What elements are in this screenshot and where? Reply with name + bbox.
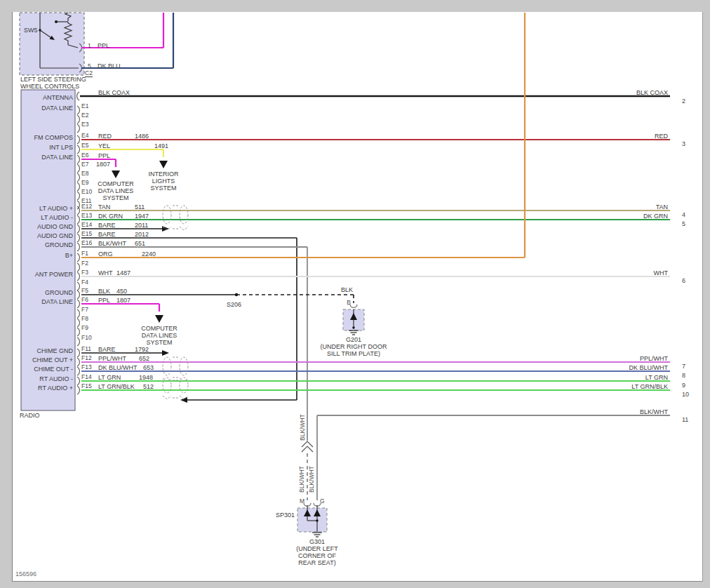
twisted-pair-icon [180,357,188,375]
g301-location: REAR SEAT) [298,559,335,566]
pin-socket-E6 [77,155,79,163]
g301-location: (UNDER LEFT [296,545,338,552]
system-label: SYSTEM [102,194,128,201]
pin-socket-F9 [77,328,79,336]
pin-socket-E3 [77,124,79,133]
steering-pin2-number: 5 [88,62,91,69]
function-label-F5: GROUND [45,289,73,296]
pin-socket-E16 [77,243,79,251]
pin-label-E8: E8 [81,170,88,177]
circuit-number-F12: 652 [139,355,149,362]
wire-color-label-F6: PPL [98,297,110,304]
exit-wire-label-2: BLK COAX [636,89,668,96]
pin-label-E14: E14 [81,221,92,228]
pin-socket-E10 [77,192,79,200]
exit-number-6: 6 [682,277,685,284]
pin-label-F4: F4 [81,279,88,286]
exit-number-3: 3 [682,140,685,147]
pin-label-E5: E5 [81,142,88,149]
shield-arrowhead-E15 [180,397,187,403]
circuit-number-F13: 653 [143,364,154,371]
twisted-pair-icon [180,206,188,224]
pin-label-E4: E4 [81,132,88,139]
circuit-number-F5: 450 [116,288,127,295]
twisted-pair-icon [163,357,171,375]
system-label: SYSTEM [150,185,176,192]
wire-label-coax: BLK COAX [98,89,130,96]
wiring-diagram: BLK/WHTBLK/WHTBLK/WHT 156596 SW51PPL5DK … [0,0,710,588]
vertical-wire-label: BLK/WHT [299,414,306,441]
pin-socket-F5 [77,290,79,299]
exit-number-7: 7 [682,363,685,370]
pin-socket-F14 [77,377,79,385]
exit-wire-label-5: DK GRN [643,213,668,220]
pin-label-F12: F12 [81,354,92,361]
circuit-number-E4: 1486 [135,133,149,140]
function-label-E12: LT AUDIO + [39,205,73,212]
shield-arrowhead-F11 [162,350,169,356]
pin-socket-F8 [77,319,79,327]
circuit-number-F3: 1487 [116,269,130,276]
function-label-F13: CHIME OUT - [34,366,73,373]
system-label: DATA LINES [98,187,134,194]
exit-number-2: 2 [682,98,685,105]
splice-label-s206: S206 [227,301,241,308]
wire-color-label-F12: PPL/WHT [98,355,126,362]
g201-socket-b [350,305,357,307]
pin-label-F15: F15 [81,382,92,389]
pin-label-E2: E2 [81,112,88,119]
system-label: SYSTEM [146,339,172,346]
exit-wire-label-11: BLK/WHT [640,408,668,415]
function-label-F6: DATA LINE [41,298,73,305]
inline-connector-icon [302,446,313,452]
function-label-F1: B+ [65,252,73,259]
g301-pin-g: G [320,497,325,505]
pin-label-E1: E1 [81,102,88,109]
twisted-pair-icon [180,227,188,230]
pin-socket-E9 [77,182,79,191]
circuit-number-F6: 1807 [116,297,130,304]
pin-label-F6: F6 [81,296,88,303]
g301-name: G301 [309,538,325,545]
circuit-number-F15: 512 [143,383,154,390]
system-label: INTERIOR [148,171,178,178]
pin-socket-F4 [77,282,79,290]
wire-color-label-E13: DK GRN [98,213,123,220]
circuit-number-F1: 2240 [142,250,156,258]
function-label-F11: CHIME GND [37,347,74,354]
pin-label-E15: E15 [81,230,92,237]
circuit-number-E15: 2012 [135,231,149,238]
function-label-F3: ANT POWER [35,271,73,278]
pin-label-F11: F11 [81,345,91,352]
wire-color-label-E16: BLK/WHT [98,240,126,247]
vertical-wire-label: BLK/WHT [298,466,305,493]
system-arrowhead-E5 [159,161,168,168]
function-label-E14: AUDIO GND [37,223,73,230]
exit-number-11: 11 [682,416,688,423]
pin-label-E13: E13 [81,212,92,219]
pin-label-F2: F2 [81,260,88,267]
wire-color-label-F14: LT GRN [98,374,121,381]
pin-label-F3: F3 [81,269,88,276]
steering-pin2-color: DK BLU [98,62,121,69]
pin-socket-F12 [77,358,79,366]
wiring-diagram-page: { "doc_number": "156596", "steering": { … [0,0,710,588]
steering-pin1-color: PPL [98,42,109,49]
system-label: COMPUTER [141,325,178,332]
pin-socket-F10 [77,338,79,346]
steering-controls-box [20,13,84,75]
exit-wire-label-10: LT GRN/BLK [631,383,668,390]
pin-label-F10: F10 [81,334,92,341]
doc-number: 156596 [15,570,36,577]
system-arrowhead-F6 [155,315,163,323]
pin-label-F1: F1 [81,250,88,257]
pin-socket-F1 [77,253,79,262]
pin-label-E12: E12 [81,203,92,210]
pin-socket-E13 [77,215,79,224]
circuit-number-E16: 651 [135,240,145,247]
wire-color-label-E6: PPL [98,152,110,159]
g201-pin-label: B [347,299,351,306]
pin-socket-E5 [77,145,79,154]
function-label-E5: INT LPS [49,144,73,151]
wire-color-label-F5: BLK [98,288,110,295]
